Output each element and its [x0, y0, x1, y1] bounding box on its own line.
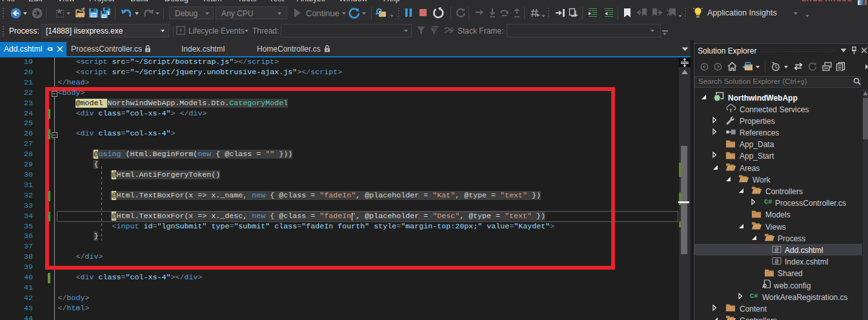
svg-text:@: @: [775, 247, 779, 254]
svg-text:@: @: [775, 259, 779, 265]
